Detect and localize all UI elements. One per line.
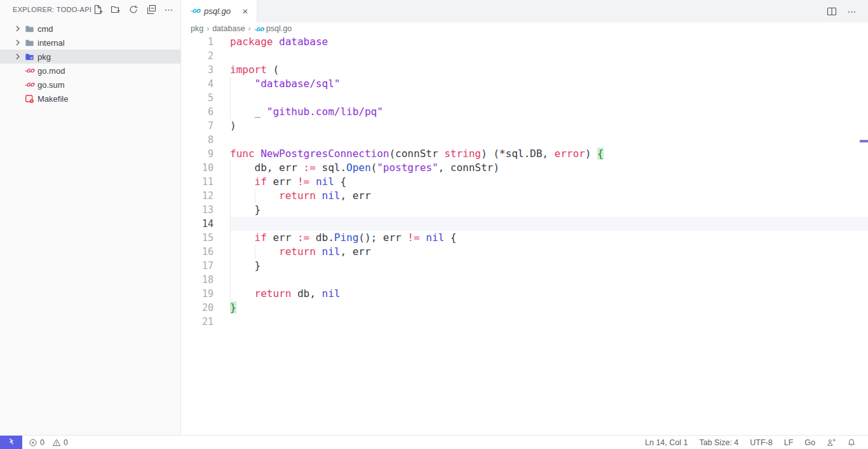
code-line-content[interactable]: if err != nil {: [230, 175, 868, 189]
chevron-right-icon[interactable]: [13, 24, 23, 34]
indent-guide: [230, 217, 231, 231]
line-number[interactable]: 3: [181, 63, 230, 77]
more-actions-button[interactable]: ⋯: [163, 3, 175, 16]
code-line-13[interactable]: 13 }: [181, 203, 868, 217]
line-number[interactable]: 12: [181, 189, 230, 203]
code-line-1[interactable]: 1package database: [181, 35, 868, 49]
code-line-content[interactable]: db, err := sql.Open("postgres", connStr): [230, 161, 868, 175]
code-line-content[interactable]: return db, nil: [230, 287, 868, 301]
line-number[interactable]: 21: [181, 315, 230, 329]
line-number[interactable]: 14: [181, 217, 230, 231]
code-line-2[interactable]: 2: [181, 49, 868, 63]
code-line-content[interactable]: [230, 273, 868, 287]
tree-item-go-sum[interactable]: -GOgo.sum: [0, 78, 180, 92]
new-file-button[interactable]: [92, 3, 104, 16]
code-line-content[interactable]: }: [230, 301, 868, 315]
split-editor-button[interactable]: [825, 4, 839, 18]
tree-item-cmd[interactable]: cmd: [0, 22, 180, 36]
indentation-status[interactable]: Tab Size: 4: [693, 436, 744, 449]
collapse-folders-button[interactable]: [145, 3, 158, 16]
indent-guide: [230, 273, 231, 287]
code-line-content[interactable]: _ "github.com/lib/pq": [230, 105, 868, 119]
code-line-16[interactable]: 16 return nil, err: [181, 245, 868, 259]
refresh-explorer-button[interactable]: [127, 3, 140, 16]
line-number[interactable]: 8: [181, 133, 230, 147]
new-folder-button[interactable]: [109, 3, 122, 16]
line-number[interactable]: 2: [181, 49, 230, 63]
code-line-10[interactable]: 10 db, err := sql.Open("postgres", connS…: [181, 161, 868, 175]
code-line-8[interactable]: 8: [181, 133, 868, 147]
line-number[interactable]: 7: [181, 119, 230, 133]
close-tab-icon[interactable]: ×: [240, 6, 250, 17]
code-line-9[interactable]: 9func NewPostgresConnection(connStr stri…: [181, 147, 868, 161]
tree-item-makefile[interactable]: Makefile: [0, 92, 180, 106]
code-line-5[interactable]: 5: [181, 91, 868, 105]
code-line-12[interactable]: 12 return nil, err: [181, 189, 868, 203]
code-line-19[interactable]: 19 return db, nil: [181, 287, 868, 301]
tree-item-label: pkg: [37, 52, 51, 62]
line-number[interactable]: 4: [181, 77, 230, 91]
editor-more-actions-button[interactable]: ⋯: [845, 4, 859, 18]
code-line-content[interactable]: [230, 133, 868, 147]
code-line-20[interactable]: 20}: [181, 301, 868, 315]
line-number[interactable]: 17: [181, 259, 230, 273]
line-number[interactable]: 19: [181, 287, 230, 301]
code-line-content[interactable]: ): [230, 119, 868, 133]
code-line-7[interactable]: 7): [181, 119, 868, 133]
editor-actions: ⋯: [825, 0, 868, 22]
code-line-11[interactable]: 11 if err != nil {: [181, 175, 868, 189]
code-line-content[interactable]: "database/sql": [230, 77, 868, 91]
line-number[interactable]: 9: [181, 147, 230, 161]
tree-item-pkg[interactable]: pkg: [0, 50, 180, 64]
notifications-status[interactable]: [841, 436, 862, 449]
code-line-content[interactable]: [230, 217, 868, 231]
code-line-content[interactable]: return nil, err: [230, 245, 868, 259]
code-line-content[interactable]: [230, 49, 868, 63]
code-line-content[interactable]: func NewPostgresConnection(connStr strin…: [230, 147, 868, 161]
line-number[interactable]: 18: [181, 273, 230, 287]
breadcrumb-separator: ›: [248, 24, 251, 33]
chevron-right-icon[interactable]: [13, 38, 23, 48]
breadcrumb-item-pkg[interactable]: pkg: [191, 24, 203, 33]
line-number[interactable]: 15: [181, 231, 230, 245]
code-line-content[interactable]: }: [230, 259, 868, 273]
code-line-14[interactable]: 14: [181, 217, 868, 231]
language-mode-status[interactable]: Go: [799, 436, 821, 449]
line-number[interactable]: 16: [181, 245, 230, 259]
remote-indicator[interactable]: [0, 436, 22, 449]
code-line-4[interactable]: 4 "database/sql": [181, 77, 868, 91]
code-line-content[interactable]: [230, 315, 868, 329]
line-number[interactable]: 1: [181, 35, 230, 49]
breadcrumb-item-psql-go[interactable]: -GOpsql.go: [254, 24, 292, 33]
code-line-content[interactable]: return nil, err: [230, 189, 868, 203]
tab-label: psql.go: [204, 6, 236, 16]
code-line-6[interactable]: 6 _ "github.com/lib/pq": [181, 105, 868, 119]
code-line-15[interactable]: 15 if err := db.Ping(); err != nil {: [181, 231, 868, 245]
breadcrumb-item-database[interactable]: database: [212, 24, 245, 33]
eol-sequence-status[interactable]: LF: [778, 436, 799, 449]
tree-item-internal[interactable]: internal: [0, 36, 180, 50]
code-line-18[interactable]: 18: [181, 273, 868, 287]
line-number[interactable]: 11: [181, 175, 230, 189]
encoding-status[interactable]: UTF-8: [744, 436, 778, 449]
code-line-content[interactable]: }: [230, 203, 868, 217]
code-line-3[interactable]: 3import (: [181, 63, 868, 77]
code-line-21[interactable]: 21: [181, 315, 868, 329]
feedback-status[interactable]: [821, 436, 841, 449]
code-line-content[interactable]: [230, 91, 868, 105]
code-token: nil: [322, 245, 341, 258]
code-line-17[interactable]: 17 }: [181, 259, 868, 273]
problems-status[interactable]: 0 0: [22, 436, 74, 449]
code-line-content[interactable]: package database: [230, 35, 868, 49]
line-number[interactable]: 5: [181, 91, 230, 105]
code-line-content[interactable]: import (: [230, 63, 868, 77]
line-number[interactable]: 13: [181, 203, 230, 217]
cursor-position-status[interactable]: Ln 14, Col 1: [639, 436, 693, 449]
line-number[interactable]: 20: [181, 301, 230, 315]
chevron-right-icon[interactable]: [13, 52, 23, 62]
line-number[interactable]: 6: [181, 105, 230, 119]
tree-item-go-mod[interactable]: -GOgo.mod: [0, 64, 180, 78]
code-line-content[interactable]: if err := db.Ping(); err != nil {: [230, 231, 868, 245]
line-number[interactable]: 10: [181, 161, 230, 175]
tab-psql-go[interactable]: -GO psql.go ×: [181, 0, 257, 22]
